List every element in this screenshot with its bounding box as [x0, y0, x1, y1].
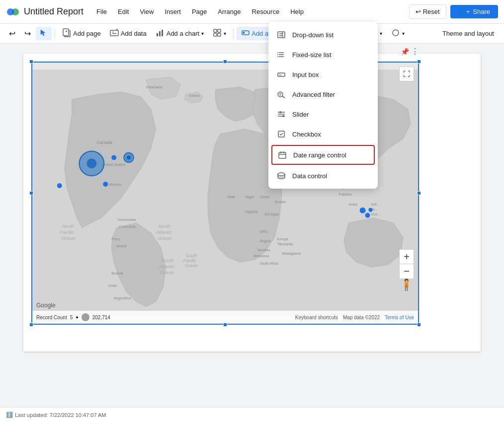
date-range-control-option[interactable]: Date range control [271, 145, 375, 165]
handle-bottom-center[interactable] [223, 323, 227, 327]
svg-text:Namibia: Namibia [257, 248, 270, 252]
svg-text:Sudan: Sudan [274, 200, 286, 204]
svg-text:Niger: Niger [245, 195, 254, 199]
svg-text:Ocean: Ocean [184, 263, 197, 268]
date-range-icon [277, 150, 287, 160]
svg-text:Tanzania: Tanzania [277, 242, 293, 246]
svg-text:Canada: Canada [96, 140, 112, 145]
svg-point-82 [279, 111, 281, 113]
menu-page[interactable]: Page [187, 6, 212, 17]
theme-layout-button[interactable]: Theme and layout [437, 28, 499, 39]
menu-help[interactable]: Help [285, 6, 309, 17]
menu-arrange[interactable]: Arrange [213, 6, 246, 17]
svg-text:Pacific: Pacific [183, 258, 196, 263]
menu-resource[interactable]: Resource [247, 6, 285, 17]
reset-button[interactable]: ↩ Reset [409, 4, 446, 19]
keyboard-shortcuts[interactable]: Keyboard shortcuts [295, 315, 338, 320]
menu-insert[interactable]: Insert [160, 6, 186, 17]
cursor-icon [40, 29, 48, 38]
data-control-label: Data control [292, 172, 327, 180]
handle-middle-right[interactable] [417, 191, 421, 195]
fullscreen-button[interactable]: ⛶ [399, 67, 414, 81]
dropdown-list-icon [276, 30, 286, 40]
handle-top-left[interactable] [29, 60, 33, 64]
reset-label: Reset [423, 8, 440, 15]
svg-text:South: South [185, 253, 197, 258]
data-control-icon [276, 171, 286, 181]
handle-top-center[interactable] [223, 60, 227, 64]
svg-text:DRC: DRC [260, 229, 268, 234]
input-box-option[interactable]: AI Input box [268, 65, 378, 84]
svg-text:North: North [62, 223, 75, 229]
reset-icon: ↩ [416, 8, 421, 15]
more-icon[interactable]: ⋮ [411, 47, 419, 56]
handle-bottom-left[interactable] [29, 323, 33, 327]
zoom-out-button[interactable]: − [399, 264, 414, 279]
redo-icon: ↪ [24, 29, 31, 38]
add-data-button[interactable]: Add data [106, 26, 151, 41]
map-data-label: Map data ©2022 [343, 315, 380, 320]
fixed-size-list-label: Fixed-size list [292, 51, 332, 59]
svg-point-76 [277, 52, 278, 53]
svg-text:Chile: Chile [108, 283, 117, 288]
checkbox-option[interactable]: Checkbox [268, 124, 378, 144]
share-button[interactable]: 👤+ Share [450, 5, 498, 18]
menu-edit[interactable]: Edit [113, 6, 134, 17]
select-tool-button[interactable] [36, 27, 52, 40]
slider-option[interactable]: Slider [268, 104, 378, 124]
advanced-filter-label: Advanced filter [292, 91, 335, 98]
fixed-size-list-option[interactable]: Fixed-size list [268, 45, 378, 65]
undo-button[interactable]: ↩ [5, 27, 19, 40]
terms-link[interactable]: Terms of Use [385, 315, 414, 320]
data-control-option[interactable]: Data control [268, 166, 378, 186]
svg-point-86 [278, 173, 285, 176]
record-count-value: 5 [70, 315, 73, 320]
slider-label: Slider [292, 111, 309, 118]
svg-text:South Africa: South Africa [260, 262, 279, 265]
shape-chevron: ▾ [380, 31, 382, 36]
svg-rect-85 [279, 152, 286, 158]
page-title: Untitled Report [24, 6, 84, 17]
svg-rect-3 [110, 30, 118, 36]
redo-button[interactable]: ↪ [20, 27, 35, 40]
record-count-2: 202,714 [92, 315, 110, 320]
svg-text:Indi...: Indi... [371, 203, 379, 206]
handle-bottom-right[interactable] [417, 323, 421, 327]
canvas-area: 📌 ⋮ [0, 44, 504, 407]
dropdown-list-option[interactable]: Drop-down list [268, 25, 378, 45]
top-bar: Untitled Report File Edit View Insert Pa… [0, 0, 504, 24]
svg-text:North: North [159, 223, 171, 229]
handle-middle-left[interactable] [29, 191, 33, 195]
menu-file[interactable]: File [91, 6, 112, 17]
advanced-filter-option[interactable]: Advanced filter [268, 84, 378, 104]
add-chart-button[interactable]: Add a chart ▾ [152, 26, 208, 41]
svg-rect-2 [63, 29, 69, 36]
svg-point-12 [243, 32, 245, 34]
zoom-in-button[interactable]: + [399, 249, 414, 264]
pin-icon[interactable]: 📌 [401, 48, 409, 56]
svg-point-71 [57, 183, 62, 188]
toolbar: ↩ ↪ Add page Add data Add a chart ▾ ▾ [0, 24, 504, 44]
handle-top-right[interactable] [417, 60, 421, 64]
svg-text:Ethiopia: Ethiopia [265, 212, 279, 216]
shape2-button[interactable]: ▾ [387, 26, 409, 41]
map-footer: Record Count 5 ● 202,714 Keyboard shortc… [32, 311, 418, 324]
undo-icon: ↩ [9, 29, 15, 38]
svg-text:South: South [161, 258, 174, 263]
svg-text:Atlantic: Atlantic [158, 264, 175, 269]
svg-point-72 [360, 208, 366, 213]
checkbox-icon [276, 129, 286, 139]
svg-text:United States: United States [101, 162, 125, 167]
element-toolbar: 📌 ⋮ [401, 47, 419, 56]
add-page-button[interactable]: Add page [58, 26, 105, 41]
input-box-label: Input box [292, 71, 319, 78]
street-view-icon[interactable]: 🧍 [400, 279, 413, 291]
checkbox-label: Checkbox [292, 131, 321, 138]
zoom-controls: + − [399, 249, 414, 279]
svg-rect-8 [218, 29, 221, 32]
components-button[interactable]: ▾ [209, 26, 230, 41]
svg-rect-7 [214, 29, 217, 32]
menu-view[interactable]: View [135, 6, 159, 17]
svg-rect-10 [218, 33, 221, 36]
svg-text:Iceland: Iceland [188, 94, 200, 97]
